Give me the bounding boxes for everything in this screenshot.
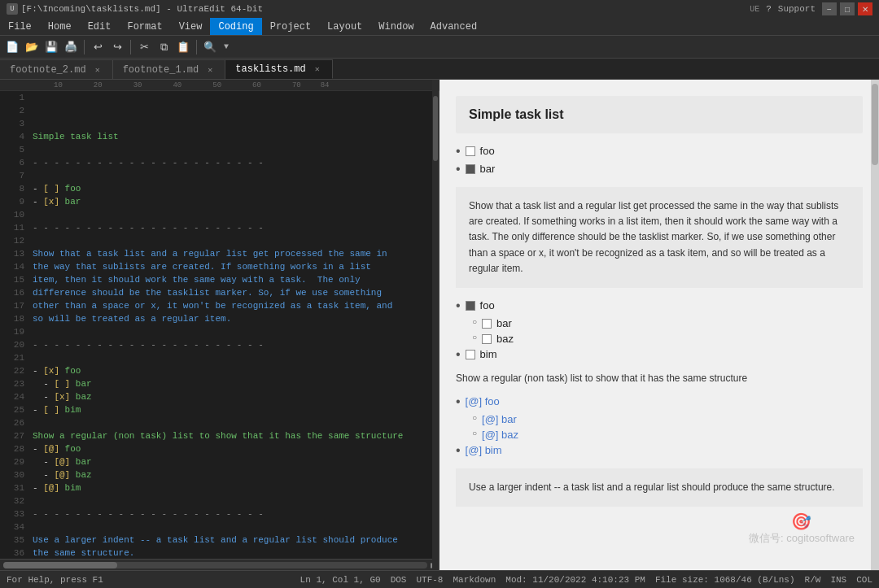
at-label-foo: [@] foo [466, 395, 500, 407]
menu-advanced[interactable]: Advanced [422, 18, 486, 35]
line-31 [33, 496, 38, 506]
status-language[interactable]: Markdown [453, 575, 496, 585]
line-27: - [@] foo [33, 444, 81, 454]
line-19: - - - - - - - - - - - - - - - - - - - - … [33, 340, 264, 350]
scroll-thumb[interactable] [433, 96, 438, 161]
ruler-mark-40: 40 [173, 81, 181, 89]
checkbox-sub-bar[interactable] [482, 319, 492, 329]
checkbox-nested-foo[interactable] [466, 301, 475, 311]
line-12: Show that a task list and a regular list… [33, 249, 387, 259]
menu-view[interactable]: View [171, 18, 211, 35]
tab-footnote2[interactable]: footnote_2.md ✕ [0, 59, 113, 79]
app-icon: U [7, 3, 18, 15]
redo-button[interactable]: ↪ [108, 38, 126, 56]
ruler-mark-20: 20 [94, 81, 103, 89]
toolbar-separator-1 [84, 40, 85, 54]
sub-label-baz: baz [496, 333, 514, 345]
paste-button[interactable]: 📋 [174, 38, 192, 56]
preview-scrollbar[interactable] [871, 80, 879, 570]
new-file-button[interactable]: 📄 [3, 38, 21, 56]
line-28: - [@] bar [33, 457, 92, 467]
help-icon[interactable]: ? [766, 4, 772, 14]
menu-home[interactable]: Home [40, 18, 80, 35]
horizontal-scrollbar[interactable]: ◧ [0, 559, 439, 570]
at-subitem-baz: ○ [@] baz [472, 429, 863, 441]
line-25 [33, 418, 38, 428]
sub-bullet-bar: ○ [472, 317, 477, 326]
menu-format[interactable]: Format [119, 18, 170, 35]
tab-label-footnote1: footnote_1.md [123, 64, 199, 76]
support-link[interactable]: Support [778, 4, 816, 14]
status-encoding[interactable]: UTF-8 [416, 575, 443, 585]
tab-tasklists[interactable]: tasklists.md ✕ [225, 59, 332, 79]
preview-panel[interactable]: Simple task list • foo • bar Show that a… [440, 80, 879, 570]
tab-close-footnote2[interactable]: ✕ [93, 64, 103, 76]
bullet-nested-bim: • [456, 348, 461, 361]
line-5: - - - - - - - - - - - - - - - - - - - - … [33, 158, 264, 168]
toolbar-dropdown[interactable]: ▼ [221, 41, 232, 53]
status-position: Ln 1, Col 1, G0 [300, 575, 381, 585]
save-button[interactable]: 💾 [42, 38, 60, 56]
menu-edit[interactable]: Edit [80, 18, 120, 35]
at-subitem-bar: ○ [@] bar [472, 413, 863, 425]
section2-text: Use a larger indent -- a task list and a… [469, 481, 835, 493]
menu-coding[interactable]: Coding [210, 18, 261, 35]
line-24: - [ ] bim [33, 405, 81, 415]
bullet-bar: • [456, 163, 461, 176]
cut-button[interactable]: ✂ [135, 38, 153, 56]
checkbox-nested-bim[interactable] [466, 350, 475, 359]
open-file-button[interactable]: 📂 [23, 38, 41, 56]
vertical-scrollbar[interactable] [432, 91, 439, 559]
minimize-button[interactable]: − [822, 2, 837, 15]
menu-layout[interactable]: Layout [319, 18, 370, 35]
ruler-mark-70: 70 [292, 81, 301, 89]
bullet-nested-foo: • [456, 299, 461, 312]
scroll-track-h[interactable] [3, 562, 427, 568]
bullet-at-bim: • [456, 444, 461, 457]
ruler-mark-60: 60 [252, 81, 261, 89]
find-button[interactable]: 🔍 [201, 38, 219, 56]
nested-item-bim: • bim [456, 348, 863, 361]
menu-file[interactable]: File [0, 18, 40, 35]
sub-bullet-at-bar: ○ [472, 413, 477, 422]
status-col[interactable]: COL [856, 575, 872, 585]
at-sub-label-baz: [@] baz [482, 429, 518, 441]
editor-content[interactable]: Simple task list - - - - - - - - - - - -… [29, 91, 439, 559]
maximize-button[interactable]: □ [840, 2, 855, 15]
menu-window[interactable]: Window [370, 18, 422, 35]
close-button[interactable]: ✕ [858, 2, 872, 15]
checkbox-foo[interactable] [466, 146, 475, 156]
tab-close-tasklists[interactable]: ✕ [313, 63, 322, 75]
line-34: Use a larger indent -- a task list and a… [33, 535, 398, 545]
status-modified: Mod: 11/20/2022 4:10:23 PM [505, 575, 645, 585]
line-10: - - - - - - - - - - - - - - - - - - - - … [33, 223, 264, 233]
status-help: For Help, press F1 [7, 575, 103, 585]
status-rw[interactable]: R/W [805, 575, 821, 585]
preview-heading-1: Simple task list [469, 107, 850, 122]
tab-close-footnote1[interactable]: ✕ [205, 64, 215, 76]
line-22: - [ ] bar [33, 379, 92, 389]
scroll-thumb-h[interactable] [3, 562, 117, 568]
line-21: - [x] foo [33, 366, 81, 376]
checkbox-sub-baz[interactable] [482, 334, 492, 344]
line-32: - - - - - - - - - - - - - - - - - - - - … [33, 509, 264, 519]
preview-list-3: • [@] foo ○ [@] bar ○ [@] baz • [@] bim [456, 395, 863, 457]
line-9 [33, 210, 38, 220]
undo-button[interactable]: ↩ [89, 38, 107, 56]
preview-scrollbar-thumb[interactable] [872, 84, 878, 165]
tab-bar: footnote_2.md ✕ footnote_1.md ✕ tasklist… [0, 59, 879, 80]
menu-bar: File Home Edit Format View Coding Projec… [0, 18, 879, 36]
copy-button[interactable]: ⧉ [155, 38, 173, 56]
status-ins[interactable]: INS [830, 575, 846, 585]
line-16: other than a space or x, it won't be rec… [33, 301, 392, 311]
tab-label-tasklists: tasklists.md [235, 63, 305, 75]
checkbox-bar[interactable] [466, 164, 475, 174]
ruler: 10 20 30 40 50 60 70 84 [0, 80, 440, 91]
preview-panel-wrapper: Simple task list • foo • bar Show that a… [440, 80, 879, 570]
preview-list-1: • foo • bar [456, 145, 863, 176]
print-button[interactable]: 🖨️ [62, 38, 80, 56]
tab-footnote1[interactable]: footnote_1.md ✕ [113, 59, 226, 79]
line-30: - [@] bim [33, 483, 81, 493]
line-3: Simple task list [33, 132, 119, 142]
menu-project[interactable]: Project [262, 18, 319, 35]
